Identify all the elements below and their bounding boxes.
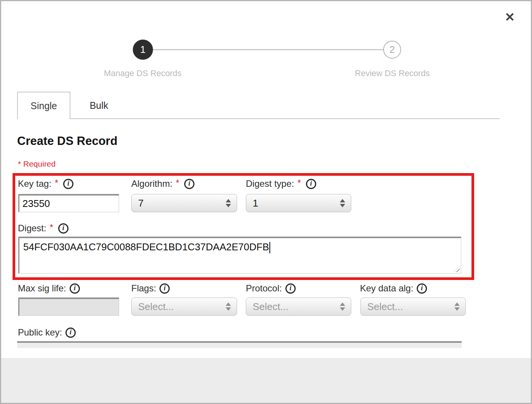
algorithm-select-value: 7 <box>138 197 143 209</box>
tab-single[interactable]: Single <box>17 92 70 119</box>
protocol-label: Protocol: i <box>246 283 296 294</box>
select-arrows-icon <box>340 302 345 311</box>
public-key-label: Public key: i <box>18 327 76 338</box>
protocol-label-text: Protocol: <box>246 283 282 294</box>
info-icon[interactable]: i <box>306 179 316 189</box>
digest-textarea[interactable]: 54FCF030AA1C79C0088FDEC1BD1C37DAA2E70DFB <box>18 237 461 274</box>
key-data-alg-select-value: Select... <box>367 301 403 313</box>
info-icon[interactable]: i <box>184 179 194 189</box>
max-sig-life-label-text: Max sig life: <box>18 283 66 294</box>
step-2-number: 2 <box>390 44 395 55</box>
digest-type-label-text: Digest type: <box>246 178 294 189</box>
page-title: Create DS Record <box>17 134 118 148</box>
info-icon[interactable]: i <box>70 283 80 294</box>
flags-label: Flags: i <box>131 283 170 294</box>
step-1-number: 1 <box>140 44 145 56</box>
required-asterisk: * <box>298 178 301 188</box>
info-icon[interactable]: i <box>285 283 296 294</box>
stepper-connector <box>143 49 392 50</box>
algorithm-label-text: Algorithm: <box>131 178 172 189</box>
digest-type-select-value: 1 <box>253 197 258 209</box>
algorithm-select[interactable]: 7 <box>131 194 237 212</box>
key-data-alg-label-text: Key data alg: <box>360 283 413 294</box>
flags-label-text: Flags: <box>131 283 156 294</box>
info-icon[interactable]: i <box>417 283 427 294</box>
select-arrows-icon <box>226 199 231 207</box>
resize-handle-icon[interactable] <box>454 266 460 272</box>
key-data-alg-select[interactable]: Select... <box>360 297 466 316</box>
tab-bulk[interactable]: Bulk <box>70 92 127 119</box>
required-note: * Required <box>18 159 56 169</box>
max-sig-life-label: Max sig life: i <box>18 283 80 294</box>
digest-label: Digest: * i <box>18 223 68 234</box>
max-sig-life-input[interactable] <box>18 297 119 316</box>
close-icon[interactable]: ✕ <box>505 11 515 23</box>
step-2-circle: 2 <box>383 41 401 59</box>
select-arrows-icon <box>340 199 345 207</box>
step-1-label: Manage DS Records <box>80 68 205 78</box>
tab-divider <box>70 118 500 119</box>
tab-single-label: Single <box>30 100 57 111</box>
public-key-label-text: Public key: <box>18 327 62 338</box>
info-icon[interactable]: i <box>63 179 73 189</box>
required-asterisk: * <box>176 178 179 188</box>
required-asterisk: * <box>50 223 53 233</box>
step-2-label: Review DS Records <box>330 68 455 78</box>
key-tag-label-text: Key tag: <box>18 178 51 189</box>
digest-type-select[interactable]: 1 <box>246 194 351 212</box>
key-tag-label: Key tag: * i <box>18 178 73 189</box>
step-1-circle: 1 <box>133 40 153 60</box>
algorithm-label: Algorithm: * i <box>131 178 194 189</box>
digest-label-text: Digest: <box>18 223 46 234</box>
digest-value: 54FCF030AA1C79C0088FDEC1BD1C37DAA2E70DFB <box>23 241 269 253</box>
flags-select-value: Select... <box>138 301 174 313</box>
select-arrows-icon <box>226 302 231 311</box>
dialog-footer: Cancel Back Next <box>1 358 531 404</box>
key-data-alg-label: Key data alg: i <box>360 283 427 294</box>
text-caret <box>269 242 270 253</box>
protocol-select[interactable]: Select... <box>246 297 351 316</box>
info-icon[interactable]: i <box>65 328 76 338</box>
select-arrows-icon <box>454 302 460 311</box>
key-tag-input[interactable] <box>18 194 119 212</box>
required-asterisk: * <box>55 178 58 188</box>
tab-bulk-label: Bulk <box>90 100 108 111</box>
public-key-textarea[interactable] <box>17 341 462 348</box>
info-icon[interactable]: i <box>58 223 68 234</box>
protocol-select-value: Select... <box>253 301 288 313</box>
info-icon[interactable]: i <box>159 283 170 294</box>
digest-type-label: Digest type: * i <box>246 178 316 189</box>
create-ds-record-dialog: ✕ 1 2 Manage DS Records Review DS Record… <box>0 0 532 404</box>
flags-select[interactable]: Select... <box>131 297 237 316</box>
